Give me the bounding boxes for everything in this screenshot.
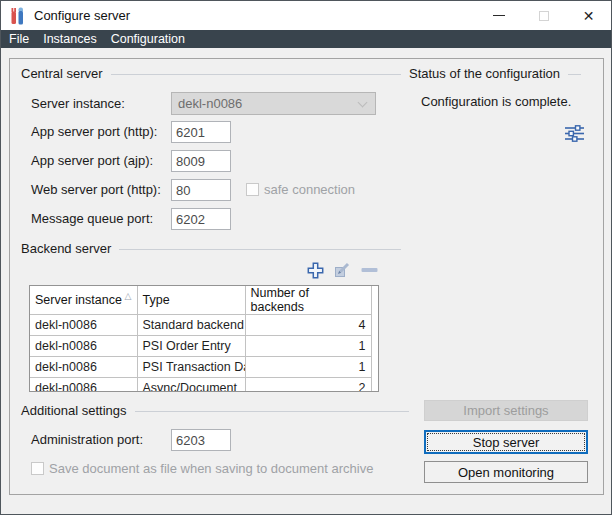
table-header-row: Server instance △ Type Number of backend… <box>30 286 371 315</box>
pencil-icon <box>333 261 351 279</box>
divider <box>119 249 401 250</box>
column-header-number-of-backends[interactable]: Number of backends <box>245 286 371 315</box>
minimize-button[interactable] <box>476 1 521 30</box>
administration-port-input[interactable] <box>171 429 231 451</box>
backend-toolbar <box>305 259 379 281</box>
column-header-type[interactable]: Type <box>137 286 245 315</box>
minus-icon <box>361 261 378 279</box>
menu-instances[interactable]: Instances <box>43 30 97 48</box>
menu-bar: File Instances Configuration <box>1 30 611 48</box>
edit-backend-button[interactable] <box>332 260 352 280</box>
additional-settings-group-header: Additional settings <box>21 403 409 418</box>
add-backend-button[interactable] <box>305 260 325 280</box>
backend-table: Server instance △ Type Number of backend… <box>29 285 379 392</box>
table-row[interactable]: dekl-n0086 Async/Document 2 <box>30 378 371 393</box>
app-http-port-input[interactable] <box>171 121 231 143</box>
sort-ascending-icon: △ <box>125 291 132 301</box>
title-bar: Configure server ✕ <box>1 1 611 30</box>
divider <box>111 74 401 75</box>
close-icon: ✕ <box>583 9 595 23</box>
server-instance-label: Server instance: <box>31 93 125 115</box>
tools-icon <box>9 7 25 25</box>
central-server-title: Central server <box>21 66 103 81</box>
server-instance-select[interactable]: dekl-n0086 <box>171 92 376 115</box>
plus-icon <box>306 261 325 280</box>
web-http-port-input[interactable] <box>171 179 231 201</box>
web-http-port-label: Web server port (http): <box>31 179 161 201</box>
column-header-server-instance[interactable]: Server instance △ <box>30 286 137 315</box>
backend-server-group-header: Backend server <box>21 241 401 256</box>
app-ajp-port-input[interactable] <box>171 150 231 172</box>
status-message: Configuration is complete. <box>421 94 571 109</box>
save-document-label: Save document as file when saving to doc… <box>49 458 373 480</box>
message-queue-port-label: Message queue port: <box>31 208 153 230</box>
table-row[interactable]: dekl-n0086 PSI Order Entry 1 <box>30 336 371 357</box>
divider <box>568 74 581 75</box>
sliders-icon[interactable] <box>563 122 586 145</box>
central-server-group-header: Central server <box>21 66 401 81</box>
configure-server-window: Configure server ✕ File Instances Config… <box>0 0 612 515</box>
app-ajp-port-label: App server port (ajp): <box>31 150 153 172</box>
divider <box>135 411 409 412</box>
administration-port-label: Administration port: <box>31 429 143 451</box>
import-settings-button[interactable]: Import settings <box>424 400 588 421</box>
table-row[interactable]: dekl-n0086 PSI Transaction Data 1 <box>30 357 371 378</box>
save-document-checkbox[interactable] <box>31 462 44 475</box>
status-title: Status of the configuration <box>409 66 560 81</box>
safe-connection-checkbox[interactable] <box>246 183 259 196</box>
window-controls: ✕ <box>476 1 611 30</box>
menu-configuration[interactable]: Configuration <box>111 30 185 48</box>
app-http-port-label: App server port (http): <box>31 121 157 143</box>
maximize-button[interactable] <box>521 1 566 30</box>
status-group-header: Status of the configuration <box>409 66 581 81</box>
minimize-icon <box>493 15 505 16</box>
stop-server-button[interactable]: Stop server <box>424 430 588 454</box>
safe-connection-label: safe connection <box>264 179 355 201</box>
close-button[interactable]: ✕ <box>566 1 611 30</box>
open-monitoring-button[interactable]: Open monitoring <box>424 461 588 483</box>
maximize-icon <box>539 11 549 21</box>
additional-settings-title: Additional settings <box>21 403 127 418</box>
table-row[interactable]: dekl-n0086 Standard backend 4 <box>30 315 371 336</box>
server-instance-value: dekl-n0086 <box>178 96 242 111</box>
menu-file[interactable]: File <box>9 30 29 48</box>
backend-server-title: Backend server <box>21 241 111 256</box>
message-queue-port-input[interactable] <box>171 208 231 230</box>
remove-backend-button[interactable] <box>359 260 379 280</box>
window-title: Configure server <box>34 8 130 23</box>
chevron-down-icon <box>358 98 368 108</box>
